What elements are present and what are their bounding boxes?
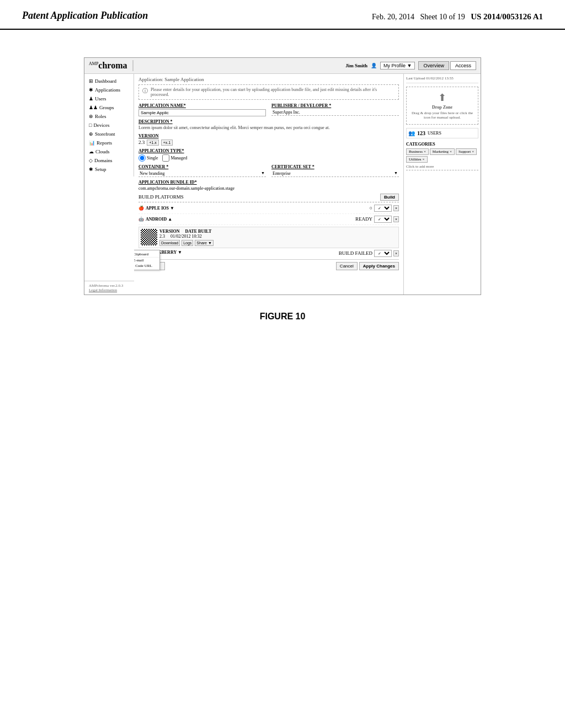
profile-button[interactable]: My Profile ▼ bbox=[380, 62, 415, 69]
download-btn[interactable]: Download bbox=[159, 240, 180, 246]
android-label: ANDROID ▲ bbox=[146, 217, 172, 222]
form-col-cert: CERTIFICATE SET * Enterprise ▼ bbox=[271, 164, 399, 177]
container-label: CONTAINER * bbox=[138, 164, 266, 169]
business-close-icon[interactable]: × bbox=[424, 149, 426, 154]
device-icon: □ bbox=[89, 122, 92, 128]
last-upload-label: Last Upload bbox=[406, 76, 425, 81]
logo-text: chroma bbox=[98, 61, 127, 70]
sidebar-item-roles[interactable]: ⊗ Roles bbox=[84, 112, 134, 121]
build-platforms-header: BUILD PLATFORMS Build bbox=[138, 194, 399, 202]
apply-button[interactable]: Apply Changes bbox=[359, 262, 399, 270]
platform-row-android: 🤖 ANDROID ▲ READY ✓ × bbox=[138, 216, 399, 225]
main-content: Application: Sample Application ⓘ Please… bbox=[134, 74, 403, 295]
sidebar-label-reports: Reports bbox=[97, 140, 112, 146]
sidebar-label-roles: Roles bbox=[95, 114, 106, 119]
bundle-label: APPLICATION BUNDLE ID* bbox=[138, 180, 399, 185]
platform-actions-ios: ○ ✓ × bbox=[369, 205, 399, 212]
category-tag-utilities[interactable]: Utilities × bbox=[406, 156, 428, 163]
sidebar-item-reports[interactable]: 📊 Reports bbox=[84, 138, 134, 147]
sidebar-item-applications[interactable]: ✱ Applications bbox=[84, 85, 134, 94]
form-col-publisher: PUBLISHER / DEVELOPER * SuperApps Inc. bbox=[271, 103, 399, 116]
footer-legal[interactable]: Legal Information bbox=[89, 288, 130, 292]
ios-status-dropdown[interactable]: ✓ bbox=[374, 205, 392, 212]
logs-btn[interactable]: Logs bbox=[182, 240, 193, 246]
cert-dropdown[interactable]: Enterprise ▼ bbox=[271, 170, 399, 177]
app-name-bar: Application: Sample Application bbox=[138, 77, 399, 82]
build-platforms-label: BUILD PLATFORMS bbox=[138, 194, 184, 200]
sidebar-item-groups[interactable]: ♟♟ Groups bbox=[84, 103, 134, 112]
radio-single-input[interactable] bbox=[138, 154, 146, 162]
sidebar-item-domains[interactable]: ◇ Domains bbox=[84, 156, 134, 165]
ios-label: APPLE IOS ▼ bbox=[146, 206, 174, 211]
android-version-value: 2.3 bbox=[159, 234, 165, 239]
profile-icon: 👤 bbox=[371, 63, 377, 68]
menu-copy-clipboard[interactable]: Copy to Clipboard bbox=[134, 251, 159, 258]
container-dropdown[interactable]: New branding ▼ bbox=[138, 170, 266, 177]
tab-access[interactable]: Access bbox=[450, 61, 476, 70]
drop-zone[interactable]: ⬆ Drop Zone Drag & drop your files here … bbox=[406, 87, 478, 125]
blackberry-close-btn[interactable]: × bbox=[393, 250, 399, 256]
android-version-date: 2.3 01/02/2012 10:32 bbox=[159, 234, 397, 239]
appname-input[interactable] bbox=[138, 109, 266, 116]
android-date-value: 01/02/2012 10:32 bbox=[170, 234, 202, 239]
cloud-icon: ☁ bbox=[89, 149, 94, 154]
version-label: VERSION bbox=[138, 133, 173, 138]
sidebar-label-devices: Devices bbox=[93, 122, 109, 128]
apple-icon: 🍎 bbox=[138, 206, 144, 211]
radio-single[interactable]: Single bbox=[138, 154, 158, 162]
marketing-close-icon[interactable]: × bbox=[450, 149, 452, 154]
support-close-icon[interactable]: × bbox=[472, 149, 474, 154]
cert-arrow-icon: ▼ bbox=[394, 171, 398, 175]
version-btn-major[interactable]: +1.x bbox=[147, 140, 158, 146]
users-icon: 👥 bbox=[408, 130, 415, 136]
users-count: 123 bbox=[417, 130, 425, 136]
cancel-button[interactable]: Cancel bbox=[336, 262, 358, 270]
patent-date: Feb. 20, 2014 bbox=[372, 13, 414, 21]
sidebar-item-storefront[interactable]: ⊕ Storefront bbox=[84, 130, 134, 138]
sidebar-item-devices[interactable]: □ Devices bbox=[84, 121, 134, 130]
menu-copy-qr[interactable]: Copy QR Code URL bbox=[134, 263, 159, 269]
android-close-btn[interactable]: × bbox=[393, 216, 399, 222]
utilities-close-icon[interactable]: × bbox=[423, 157, 425, 162]
app-user-area: Jim Smith 👤 My Profile ▼ Overview Access bbox=[345, 61, 476, 70]
sidebar-label-users: Users bbox=[95, 96, 106, 101]
publisher-label: PUBLISHER / DEVELOPER * bbox=[271, 103, 399, 108]
container-value: New branding bbox=[140, 171, 165, 176]
upload-icon: ⬆ bbox=[409, 92, 476, 104]
ios-close-btn[interactable]: × bbox=[393, 205, 399, 211]
blackberry-status-dropdown[interactable]: ✓ bbox=[374, 250, 392, 257]
checkbox-managed[interactable] bbox=[162, 154, 169, 162]
container-arrow-icon: ▼ bbox=[261, 171, 265, 175]
version-btn-minor[interactable]: +x.1 bbox=[161, 140, 173, 146]
android-icon: 🤖 bbox=[138, 217, 144, 222]
radio-managed-label: Managed bbox=[170, 156, 187, 160]
category-tag-marketing[interactable]: Marketing × bbox=[430, 148, 455, 155]
sidebar-label-groups: Groups bbox=[99, 105, 114, 110]
build-button[interactable]: Build bbox=[380, 194, 399, 201]
app-type-label: APPLICATION TYPE* bbox=[138, 148, 399, 153]
patent-header: Patent Application Publication Feb. 20, … bbox=[0, 0, 565, 30]
info-icon: ⓘ bbox=[142, 87, 148, 95]
menu-send-email[interactable]: Send by E-mail bbox=[134, 258, 159, 263]
sidebar-item-dashboard[interactable]: ⊞ Dashboard bbox=[84, 77, 134, 85]
info-box: ⓘ Please enter details for your applicat… bbox=[138, 84, 399, 100]
share-btn[interactable]: Share ▼ bbox=[195, 240, 214, 246]
sidebar-item-clouds[interactable]: ☁ Clouds bbox=[84, 147, 134, 156]
sidebar-label-storefront: Storefront bbox=[95, 131, 115, 137]
categories-section: CATEGORIES Business × Marketing × Suppor… bbox=[406, 142, 478, 170]
android-btn-row: Download Logs Share ▼ bbox=[159, 240, 397, 246]
cert-label: CERTIFICATE SET * bbox=[271, 164, 399, 169]
add-category[interactable]: Click to add more bbox=[406, 164, 478, 170]
patent-title: Patent Application Publication bbox=[22, 10, 148, 22]
tab-overview[interactable]: Overview bbox=[418, 61, 449, 70]
ios-status: ○ bbox=[369, 205, 372, 211]
logo-sup: AMP bbox=[89, 61, 98, 66]
app-type-row: Single Managed bbox=[138, 154, 399, 162]
patent-sheet: Sheet 10 of 19 bbox=[420, 13, 465, 21]
radio-managed[interactable]: Managed bbox=[162, 154, 187, 162]
android-status-dropdown[interactable]: ✓ bbox=[374, 216, 392, 223]
sidebar-item-users[interactable]: ♟ Users bbox=[84, 94, 134, 103]
category-tag-business[interactable]: Business × bbox=[406, 148, 429, 155]
category-tag-support[interactable]: Support × bbox=[456, 148, 477, 155]
sidebar-item-setup[interactable]: ✱ Setup bbox=[84, 165, 134, 174]
